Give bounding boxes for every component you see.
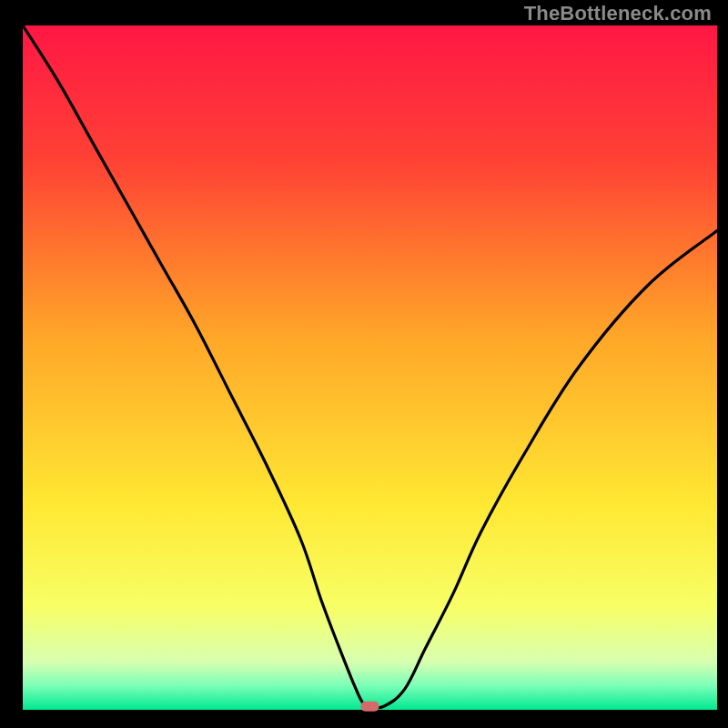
optimum-marker — [361, 702, 379, 712]
bottleneck-chart — [0, 0, 728, 728]
plot-background — [23, 25, 717, 710]
chart-frame: TheBottleneck.com — [0, 0, 728, 728]
